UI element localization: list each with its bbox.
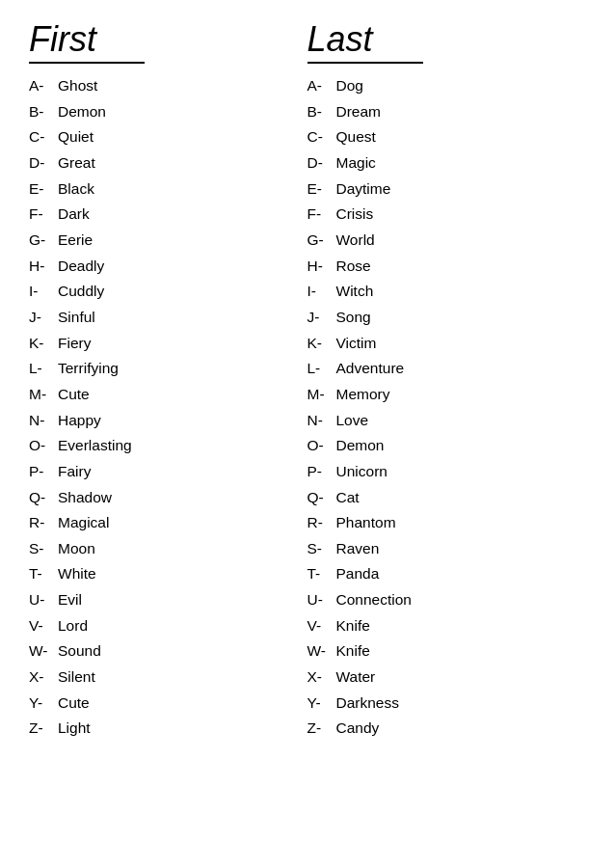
entry-word: Cute <box>58 691 90 717</box>
entry-letter: J- <box>29 305 58 331</box>
entry-letter: H- <box>29 254 58 280</box>
list-item: X-Silent <box>29 665 307 691</box>
entry-word: Shadow <box>58 485 112 511</box>
entry-letter: Y- <box>307 691 336 717</box>
entry-letter: M- <box>29 382 58 408</box>
list-item: P-Unicorn <box>307 459 586 485</box>
entry-word: Quiet <box>58 124 93 150</box>
entry-letter: Q- <box>307 485 336 511</box>
entry-letter: B- <box>307 99 336 125</box>
list-item: M-Cute <box>29 382 307 408</box>
entry-word: White <box>58 561 96 587</box>
list-item: D-Great <box>29 150 307 176</box>
entry-word: Dog <box>336 73 363 99</box>
last-column-title: Last <box>307 19 423 64</box>
entry-letter: I- <box>307 279 336 305</box>
list-item: Q-Cat <box>307 485 586 511</box>
entry-letter: Y- <box>29 691 58 717</box>
entry-letter: D- <box>307 150 336 176</box>
entry-word: Evil <box>58 587 82 613</box>
list-item: J-Song <box>307 305 586 331</box>
entry-letter: V- <box>29 613 58 639</box>
entry-word: Daytime <box>336 176 391 203</box>
list-item: V-Lord <box>29 613 307 639</box>
entry-word: Magical <box>58 510 109 536</box>
entry-word: Dream <box>336 99 382 125</box>
entry-word: Cuddly <box>58 279 104 305</box>
list-item: N-Happy <box>29 408 307 434</box>
entry-letter: S- <box>29 536 58 562</box>
entry-word: Silent <box>58 665 95 691</box>
entry-letter: U- <box>307 587 336 613</box>
entry-letter: Z- <box>307 716 336 742</box>
entry-letter: X- <box>29 665 58 691</box>
list-item: R-Phantom <box>307 510 586 536</box>
entry-letter: W- <box>29 638 58 665</box>
entry-word: Candy <box>336 716 380 742</box>
entry-letter: K- <box>307 331 336 357</box>
entry-letter: C- <box>29 124 58 150</box>
list-item: J-Sinful <box>29 305 307 331</box>
list-item: W-Knife <box>307 638 586 665</box>
entry-word: Sound <box>58 638 101 665</box>
entry-letter: A- <box>307 73 336 99</box>
list-item: C-Quiet <box>29 124 307 150</box>
list-item: N-Love <box>307 408 586 434</box>
entry-letter: F- <box>307 202 336 228</box>
list-item: V-Knife <box>307 613 586 639</box>
entry-word: Adventure <box>336 356 405 382</box>
entry-letter: S- <box>307 536 336 562</box>
entry-word: Water <box>336 665 376 691</box>
list-item: O-Everlasting <box>29 433 307 459</box>
entry-word: Demon <box>58 99 106 125</box>
entry-word: Quest <box>336 124 376 150</box>
list-item: Y-Cute <box>29 691 307 717</box>
entry-letter: E- <box>307 176 336 203</box>
entry-word: Darkness <box>336 691 399 717</box>
list-item: Y-Darkness <box>307 691 586 717</box>
entry-letter: Z- <box>29 716 58 742</box>
entry-letter: O- <box>29 433 58 459</box>
entry-letter: F- <box>29 202 58 228</box>
entry-letter: E- <box>29 176 58 203</box>
entry-letter: B- <box>29 99 58 125</box>
entry-word: Moon <box>58 536 95 562</box>
entry-word: Lord <box>58 613 88 639</box>
entry-word: Crisis <box>336 202 374 228</box>
last-column-entries: A-DogB-DreamC-QuestD-MagicE-DaytimeF-Cri… <box>307 73 586 742</box>
entry-word: Raven <box>336 536 380 562</box>
entry-word: Fiery <box>58 331 91 357</box>
entry-letter: L- <box>307 356 336 382</box>
entry-word: Connection <box>336 587 412 613</box>
list-item: L-Adventure <box>307 356 586 382</box>
entry-letter: D- <box>29 150 58 176</box>
list-item: F-Dark <box>29 202 307 228</box>
entry-letter: X- <box>307 665 336 691</box>
entry-word: Knife <box>336 613 370 639</box>
list-item: W-Sound <box>29 638 307 665</box>
entry-letter: T- <box>307 561 336 587</box>
list-item: I-Cuddly <box>29 279 307 305</box>
entry-word: Knife <box>336 638 370 665</box>
entry-letter: R- <box>29 510 58 536</box>
entry-letter: C- <box>307 124 336 150</box>
entry-letter: I- <box>29 279 58 305</box>
entry-word: Memory <box>336 382 390 408</box>
first-column-entries: A-GhostB-DemonC-QuietD-GreatE-BlackF-Dar… <box>29 73 307 742</box>
entry-word: Demon <box>336 433 385 459</box>
entry-letter: N- <box>29 408 58 434</box>
list-item: Z-Candy <box>307 716 586 742</box>
entry-letter: M- <box>307 382 336 408</box>
list-item: X-Water <box>307 665 586 691</box>
entry-word: World <box>336 228 375 254</box>
list-item: K-Victim <box>307 331 586 357</box>
list-item: H-Deadly <box>29 254 307 280</box>
list-item: G-World <box>307 228 586 254</box>
entry-word: Ghost <box>58 73 97 99</box>
entry-word: Terrifying <box>58 356 119 382</box>
entry-word: Phantom <box>336 510 396 536</box>
list-item: O-Demon <box>307 433 586 459</box>
entry-letter: V- <box>307 613 336 639</box>
list-item: R-Magical <box>29 510 307 536</box>
entry-word: Love <box>336 408 369 434</box>
